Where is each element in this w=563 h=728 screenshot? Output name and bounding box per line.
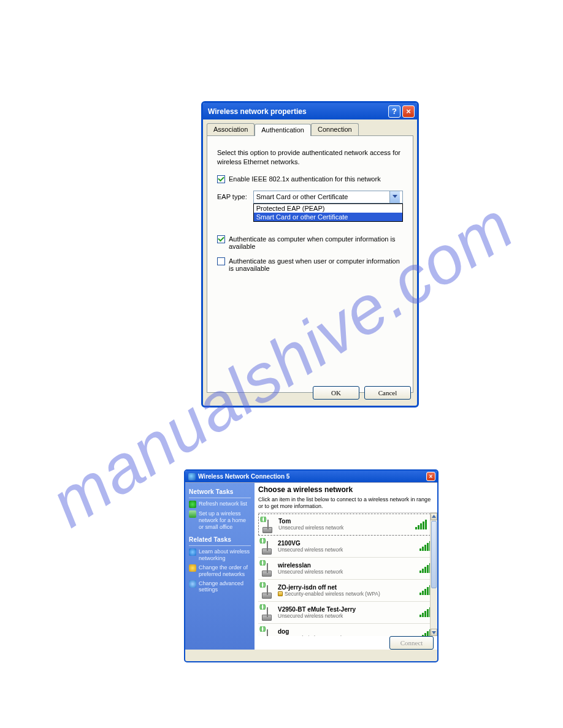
eap-type-combobox[interactable]: Smart Card or other Certificate Protecte… xyxy=(253,191,403,203)
refresh-icon xyxy=(189,501,196,508)
learn-wireless-link[interactable]: Learn about wireless networking xyxy=(189,548,251,562)
antenna-icon xyxy=(259,559,274,577)
network-security: Unsecured wireless network xyxy=(278,569,416,575)
related-tasks-header: Related Tasks xyxy=(189,536,251,543)
enable-8021x-checkbox[interactable] xyxy=(217,175,225,183)
gear-icon xyxy=(189,580,196,588)
network-security: Unsecured wireless network xyxy=(278,525,412,531)
setup-wireless-link[interactable]: Set up a wireless network for a home or … xyxy=(189,510,251,530)
network-name: dog xyxy=(278,628,416,635)
network-item[interactable]: Tom Unsecured wireless network xyxy=(258,514,434,536)
change-advanced-link[interactable]: Change advanced settings xyxy=(189,580,251,594)
network-tasks-header: Network Tasks xyxy=(189,488,251,495)
close-button[interactable]: × xyxy=(402,105,415,118)
dialog-title: Wireless Network Connection 5 xyxy=(198,473,289,480)
enable-8021x-label: Enable IEEE 802.1x authentication for th… xyxy=(229,175,381,183)
network-security: Unsecured wireless network xyxy=(278,635,416,636)
network-item[interactable]: wirelesslan Unsecured wireless network xyxy=(258,558,437,580)
network-name: 2100VG xyxy=(278,540,416,547)
network-security: Unsecured wireless network xyxy=(278,613,416,619)
tab-bar: Association Authentication Connection xyxy=(207,123,413,135)
antenna-icon xyxy=(259,626,274,636)
eap-type-dropdown[interactable]: Protected EAP (PEAP) Smart Card or other… xyxy=(253,203,403,222)
tab-panel-authentication: Select this option to provide authentica… xyxy=(207,135,413,393)
task-sidebar: Network Tasks Refresh network list Set u… xyxy=(185,483,255,650)
intro-text: Select this option to provide authentica… xyxy=(217,148,403,167)
scroll-up-button[interactable] xyxy=(431,513,437,520)
choose-network-instructions: Click an item in the list below to conne… xyxy=(258,496,434,510)
change-order-label: Change the order of preferred networks xyxy=(199,564,251,578)
network-security: Unsecured wireless network xyxy=(278,547,416,553)
network-item[interactable]: 2100VG Unsecured wireless network xyxy=(258,536,437,558)
chevron-down-icon[interactable] xyxy=(389,191,400,203)
close-button[interactable]: × xyxy=(426,472,435,481)
help-button[interactable]: ? xyxy=(388,105,400,118)
refresh-label: Refresh network list xyxy=(199,501,247,507)
lock-icon xyxy=(278,591,283,596)
change-order-link[interactable]: Change the order of preferred networks xyxy=(189,564,251,578)
auth-as-guest-checkbox[interactable] xyxy=(217,257,225,265)
auth-as-guest-label: Authenticate as guest when user or compu… xyxy=(229,257,403,272)
auth-as-computer-label: Authenticate as computer when computer i… xyxy=(229,235,403,250)
wireless-connection-dialog: Wireless Network Connection 5 × Network … xyxy=(184,469,439,662)
eap-type-label: EAP type: xyxy=(217,193,247,200)
learn-label: Learn about wireless networking xyxy=(199,548,251,562)
dialog-title: Wireless network properties xyxy=(208,107,307,116)
auth-as-computer-checkbox[interactable] xyxy=(217,235,225,243)
titlebar[interactable]: Wireless Network Connection 5 × xyxy=(185,471,437,482)
setup-label: Set up a wireless network for a home or … xyxy=(199,510,251,530)
tab-connection[interactable]: Connection xyxy=(311,123,359,135)
change-advanced-label: Change advanced settings xyxy=(199,580,251,594)
network-list: Tom Unsecured wireless network 2100VG Un… xyxy=(258,512,437,636)
connect-button[interactable]: Connect xyxy=(389,636,434,650)
network-item[interactable]: ZO-jerry-isdn off net Security-enabled w… xyxy=(258,580,437,602)
signal-strength-icon xyxy=(415,520,427,529)
eap-option-peap[interactable]: Protected EAP (PEAP) xyxy=(254,204,402,213)
setup-icon xyxy=(189,510,196,518)
antenna-icon xyxy=(260,516,275,533)
star-icon xyxy=(189,564,196,572)
network-security: Security-enabled wireless network (WPA) xyxy=(285,591,380,597)
eap-type-selected: Smart Card or other Certificate xyxy=(256,193,348,200)
scroll-down-button[interactable] xyxy=(431,629,437,636)
scroll-thumb[interactable] xyxy=(431,521,437,588)
refresh-network-list-link[interactable]: Refresh network list xyxy=(189,501,251,508)
wireless-icon xyxy=(188,473,196,480)
network-name: V2950-BT eMule Test-Jerry xyxy=(278,606,416,613)
tab-authentication[interactable]: Authentication xyxy=(255,124,311,136)
antenna-icon xyxy=(259,537,274,555)
scrollbar[interactable] xyxy=(430,513,437,636)
network-name: Tom xyxy=(278,518,412,525)
antenna-icon xyxy=(259,604,274,621)
network-name: ZO-jerry-isdn off net xyxy=(278,584,416,591)
wireless-properties-dialog: Wireless network properties ? × Associat… xyxy=(201,101,419,408)
eap-option-smartcard[interactable]: Smart Card or other Certificate xyxy=(254,213,402,221)
info-icon xyxy=(189,548,196,556)
ok-button[interactable]: OK xyxy=(313,386,359,400)
cancel-button[interactable]: Cancel xyxy=(364,386,411,400)
network-item[interactable]: V2950-BT eMule Test-Jerry Unsecured wire… xyxy=(258,602,437,624)
network-item[interactable]: dog Unsecured wireless network xyxy=(258,624,437,636)
antenna-icon xyxy=(259,582,274,599)
choose-network-heading: Choose a wireless network xyxy=(258,485,437,494)
network-name: wirelesslan xyxy=(278,562,416,569)
titlebar[interactable]: Wireless network properties ? × xyxy=(203,103,417,119)
tab-association[interactable]: Association xyxy=(207,123,255,135)
